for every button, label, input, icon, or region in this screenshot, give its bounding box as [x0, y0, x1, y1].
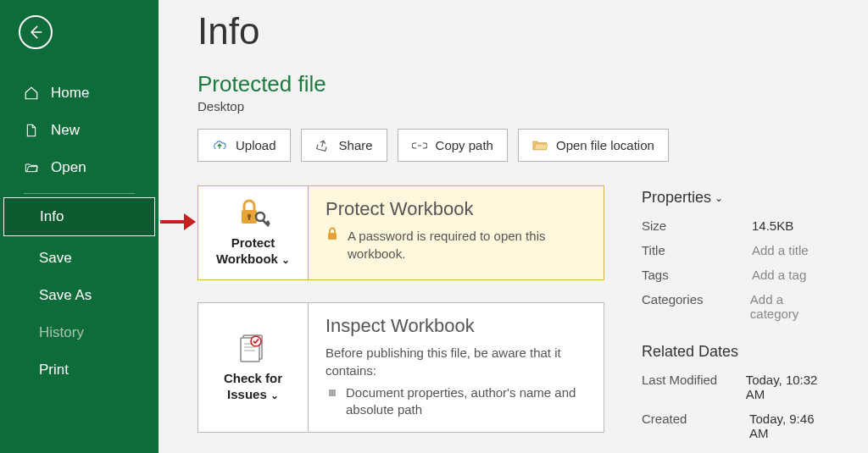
prop-label: Created — [642, 412, 749, 440]
properties-panel: Properties ⌄ Size 14.5KB Title Add a tit… — [642, 185, 834, 453]
share-icon — [315, 139, 331, 152]
info-cards: Protect Workbook ⌄ Protect Workbook A pa… — [198, 185, 604, 453]
chevron-down-icon: ⌄ — [281, 254, 290, 266]
prop-value[interactable]: Add a category — [750, 292, 834, 321]
button-label: Protect Workbook ⌄ — [205, 235, 301, 268]
prop-value[interactable]: Add a title — [752, 243, 809, 257]
properties-header[interactable]: Properties ⌄ — [642, 189, 834, 207]
prop-label: Tags — [642, 268, 752, 282]
copy-path-button[interactable]: Copy path — [398, 129, 508, 162]
card-description: A password is required to open this work… — [348, 227, 587, 262]
prop-value: 14.5KB — [752, 218, 793, 233]
action-row: Upload Share Copy path Open file locatio… — [198, 129, 834, 162]
protect-workbook-card: Protect Workbook ⌄ Protect Workbook A pa… — [198, 185, 604, 280]
share-button[interactable]: Share — [301, 129, 387, 162]
date-created: Created Today, 9:46 AM — [642, 412, 834, 440]
folder-icon — [532, 139, 548, 152]
prop-value[interactable]: Add a tag — [752, 268, 806, 282]
chevron-down-icon: ⌄ — [715, 192, 723, 204]
cloud-upload-icon — [212, 139, 227, 152]
card-heading: Inspect Workbook — [326, 315, 587, 337]
card-description: Before publishing this file, be aware th… — [326, 344, 587, 379]
prop-label: Title — [642, 243, 752, 257]
nav-open[interactable]: Open — [0, 149, 159, 186]
nav-label: Open — [51, 159, 86, 176]
prop-label: Size — [642, 218, 752, 233]
prop-tags: Tags Add a tag — [642, 268, 834, 282]
list-item: Document properties, author's name and a… — [329, 384, 587, 419]
svg-rect-3 — [248, 217, 249, 220]
bullet-icon — [329, 389, 336, 396]
document-check-icon — [238, 332, 269, 366]
file-title: Protected file — [198, 71, 834, 97]
upload-button[interactable]: Upload — [198, 129, 291, 162]
nav-print[interactable]: Print — [0, 351, 159, 389]
nav-info[interactable]: Info — [3, 197, 155, 236]
date-modified: Last Modified Today, 10:32 AM — [642, 373, 834, 401]
prop-value: Today, 10:32 AM — [746, 373, 834, 401]
nav: Home New Open Info Save Save As History … — [0, 75, 159, 389]
prop-label: Categories — [642, 292, 750, 321]
check-issues-button[interactable]: Check for Issues ⌄ — [198, 303, 309, 433]
nav-label: Info — [40, 208, 64, 225]
back-button[interactable] — [19, 15, 53, 49]
folder-open-icon — [24, 160, 39, 175]
nav-label: History — [39, 324, 84, 341]
button-label: Open file location — [556, 138, 654, 152]
button-label: Share — [339, 138, 373, 152]
prop-label: Last Modified — [642, 373, 746, 401]
button-label: Upload — [236, 138, 276, 152]
nav-label: Save — [39, 250, 72, 267]
nav-save-as[interactable]: Save As — [0, 277, 159, 314]
nav-label: Print — [39, 362, 69, 378]
nav-label: Home — [51, 85, 89, 102]
nav-save[interactable]: Save — [0, 240, 159, 277]
nav-label: Save As — [39, 287, 92, 304]
inspect-workbook-card: Check for Issues ⌄ Inspect Workbook Befo… — [198, 302, 604, 434]
prop-title: Title Add a title — [642, 243, 834, 257]
open-location-button[interactable]: Open file location — [518, 129, 669, 162]
prop-value: Today, 9:46 AM — [749, 412, 834, 440]
nav-home[interactable]: Home — [0, 75, 159, 112]
prop-categories: Categories Add a category — [642, 292, 834, 321]
svg-rect-5 — [328, 233, 337, 240]
document-icon — [24, 123, 39, 138]
file-location: Desktop — [198, 99, 834, 113]
back-arrow-icon — [27, 24, 44, 41]
nav-label: New — [51, 122, 80, 139]
card-heading: Protect Workbook — [326, 198, 587, 220]
related-dates-header: Related Dates — [642, 343, 834, 361]
nav-new[interactable]: New — [0, 112, 159, 149]
button-label: Check for Issues ⌄ — [205, 371, 301, 403]
button-label: Copy path — [436, 138, 493, 152]
home-icon — [24, 86, 39, 101]
lock-key-icon — [236, 198, 270, 230]
page-title: Info — [198, 10, 834, 52]
sidebar: Home New Open Info Save Save As History … — [0, 0, 159, 453]
protect-workbook-button[interactable]: Protect Workbook ⌄ — [198, 186, 309, 279]
prop-size: Size 14.5KB — [642, 218, 834, 233]
chevron-down-icon: ⌄ — [270, 389, 279, 401]
nav-divider — [24, 193, 135, 194]
main: Info Protected file Desktop Upload Share… — [159, 0, 868, 453]
lock-small-icon — [326, 227, 339, 262]
link-icon — [412, 139, 427, 152]
annotation-arrow-icon — [159, 211, 196, 236]
list-item-text: Document properties, author's name and a… — [346, 384, 587, 419]
nav-history[interactable]: History — [0, 314, 159, 351]
